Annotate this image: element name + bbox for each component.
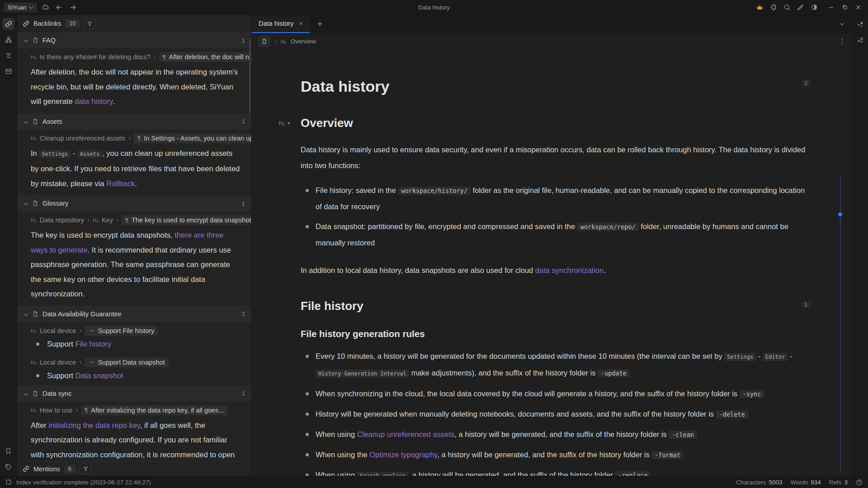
breadcrumb-chip[interactable]: Support File history <box>85 326 158 336</box>
scroll-indicator-dot[interactable] <box>838 212 842 216</box>
more-menu-icon[interactable]: ⋮ <box>839 37 846 46</box>
breadcrumb-chip[interactable]: ¶After deletion, the doc will not appear <box>159 52 251 62</box>
breadcrumb-chip[interactable]: Support Data snapshot <box>85 357 168 367</box>
ref-link[interactable]: initializing the data repo key <box>48 421 140 429</box>
backlink-doc-header[interactable]: Glossary1 <box>17 195 251 211</box>
doc-list-item[interactable]: When using the Optimize typography, a hi… <box>301 447 810 463</box>
membership-crown-icon[interactable] <box>754 2 766 13</box>
ref-count-badge[interactable]: 2 <box>802 80 810 86</box>
graph-dock-icon[interactable] <box>3 34 14 46</box>
theme-appearance-icon[interactable] <box>808 2 820 13</box>
panel-scrollbar-thumb[interactable] <box>249 39 251 113</box>
chevron-down-icon[interactable] <box>24 391 28 396</box>
heading-gutter[interactable]: H₂▼ <box>279 120 291 127</box>
backlink-excerpt[interactable]: In Settings - Assets, you can clean up u… <box>17 144 251 196</box>
mentions-filter-button[interactable] <box>80 464 92 474</box>
doc-list-item[interactable]: When synchronizing in the cloud, the loc… <box>301 386 810 402</box>
backlinks-list[interactable]: FAQ1H₂Is there any #Note# for deleting d… <box>17 32 251 461</box>
ref-link[interactable]: data history <box>75 97 113 105</box>
document-icon[interactable] <box>258 36 270 47</box>
doc-list-item[interactable]: History will be generated when manually … <box>301 406 810 422</box>
chevron-right-icon: › <box>87 216 90 224</box>
doc-title[interactable]: Data history2 <box>301 78 810 95</box>
tab-list-chevron-icon[interactable] <box>831 15 853 33</box>
backlink-doc-header[interactable]: Data Availability Guarantee2 <box>17 306 251 322</box>
left-dock <box>0 15 17 476</box>
breadcrumb-text: Cleanup unreferenced assets <box>40 135 125 142</box>
back-button[interactable] <box>53 2 65 13</box>
backlink-excerpt[interactable]: The key is used to encrypt data snapshot… <box>17 226 251 306</box>
text-run: When using <box>316 430 357 438</box>
status-counter-value: 5003 <box>769 479 782 486</box>
chevron-down-icon[interactable] <box>24 201 28 206</box>
backlink-excerpt[interactable]: After deletion, the doc will not appear … <box>17 63 251 113</box>
backlink-excerpt-list-item[interactable]: Support Data snapshot <box>17 368 251 385</box>
filter-button[interactable] <box>84 19 96 29</box>
ref-link[interactable]: Data snapshot <box>75 371 123 380</box>
mentions-bar[interactable]: Mentions 6 <box>17 461 251 476</box>
search-icon[interactable] <box>781 2 793 13</box>
ref-link[interactable]: Rollback <box>106 179 135 188</box>
collapse-triangle-icon[interactable]: ▼ <box>287 121 291 126</box>
tab-data-history[interactable]: Data history × <box>252 15 310 33</box>
tag-dock-icon[interactable] <box>3 461 14 473</box>
backlink-doc-header[interactable]: Assets1 <box>17 113 251 130</box>
breadcrumb-chip-text: Support File history <box>98 327 154 334</box>
help-icon[interactable] <box>856 479 863 486</box>
doc-list-item[interactable]: When using Cleanup unreferenced assets, … <box>301 427 810 443</box>
text-run: . <box>604 266 606 274</box>
chevron-down-icon[interactable] <box>24 38 28 42</box>
backlink-breadcrumb[interactable]: H₂Cleanup unreferenced assets›¶In Settin… <box>17 130 251 144</box>
breadcrumb-chip[interactable]: ¶The key is used to encrypt data snapsho… <box>122 215 251 225</box>
app-menu-button[interactable]: SiYuan <box>4 3 37 12</box>
tab-close-icon[interactable]: × <box>299 20 302 27</box>
forward-button[interactable] <box>67 2 79 13</box>
doc-heading[interactable]: File history1 <box>301 299 810 313</box>
doc-list-item[interactable]: Data snapshot: partitioned by file, encr… <box>301 219 810 251</box>
doc-list-item[interactable]: File history: saved in the workspace/his… <box>301 183 810 215</box>
graph-view-dock-icon[interactable] <box>855 18 867 30</box>
backlink-breadcrumb[interactable]: H₂How to use›¶After initializing the dat… <box>17 402 251 416</box>
backlink-breadcrumb[interactable]: H₂Data repository›H₃Key›¶The key is used… <box>17 211 251 226</box>
new-tab-button[interactable]: + <box>310 15 330 33</box>
breadcrumb-text[interactable]: Overview <box>291 38 316 45</box>
bookmark-dock-icon[interactable] <box>3 445 14 457</box>
backlink-breadcrumb[interactable]: H₂Local device›Support File history <box>17 322 251 337</box>
ref-count-badge[interactable]: 1 <box>802 301 810 308</box>
doc-heading[interactable]: OverviewH₂▼ <box>301 116 810 130</box>
breadcrumb-chip[interactable]: ¶After initializing the data repo key, i… <box>81 405 227 415</box>
backlink-breadcrumb[interactable]: H₂Is there any #Note# for deleting docs?… <box>17 48 251 63</box>
ref-link[interactable]: File history <box>75 340 111 348</box>
minimize-button[interactable] <box>825 2 837 13</box>
breadcrumb-chip[interactable]: ¶In Settings - Assets, you can clean up … <box>134 133 251 143</box>
doc-paragraph[interactable]: Data history is mainly used to ensure da… <box>301 142 810 174</box>
maximize-restore-button[interactable] <box>839 2 851 13</box>
close-button[interactable] <box>852 2 864 13</box>
chevron-down-icon[interactable] <box>24 312 28 316</box>
text-run: Every 10 minutes, a history will be gene… <box>316 352 724 360</box>
backlink-doc-header[interactable]: FAQ1 <box>17 32 251 48</box>
doc-list-item[interactable]: Every 10 minutes, a history will be gene… <box>301 348 810 382</box>
doc-list-item[interactable]: When using Search replace, a history wil… <box>301 467 810 476</box>
backlink-doc-header[interactable]: Data sync1 <box>17 385 251 402</box>
backlinks-dock-icon[interactable] <box>3 18 14 30</box>
inbox-dock-icon[interactable] <box>3 66 14 77</box>
document-icon <box>32 200 38 206</box>
edit-mode-icon[interactable] <box>794 2 807 13</box>
ref-link[interactable]: Cleanup unreferenced assets <box>357 430 455 438</box>
chevron-down-icon[interactable] <box>24 119 28 124</box>
backlink-excerpt-list-item[interactable]: Support File history <box>17 337 251 354</box>
ref-link[interactable]: data synchronization <box>535 266 604 274</box>
heading-level-tag: H₂ <box>31 360 37 365</box>
inline-code: -delete <box>716 410 748 418</box>
document-scroll-area[interactable]: Data history2OverviewH₂▼Data history is … <box>252 50 853 476</box>
plugin-marketplace-icon[interactable] <box>767 2 779 13</box>
cloud-sync-icon[interactable] <box>39 2 51 13</box>
doc-subheading[interactable]: File history generation rules <box>301 328 810 339</box>
outline-dock-icon[interactable] <box>3 50 14 61</box>
backlink-breadcrumb[interactable]: H₂Local device›Support Data snapshot <box>17 354 251 368</box>
ref-link[interactable]: Optimize typography <box>369 450 437 459</box>
doc-paragraph[interactable]: In addition to local data history, data … <box>301 263 810 278</box>
backlink-excerpt[interactable]: After initializing the data repo key, if… <box>17 416 251 462</box>
global-graph-dock-icon[interactable] <box>855 34 867 46</box>
